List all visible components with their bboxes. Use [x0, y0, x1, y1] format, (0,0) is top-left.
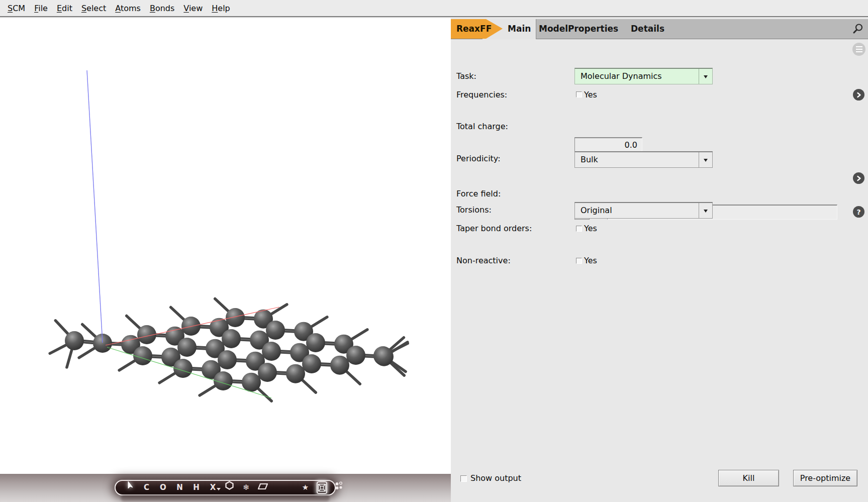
molecule-canvas[interactable]	[0, 18, 451, 474]
task-dropdown[interactable]: Molecular Dynamics	[574, 68, 713, 84]
force-field-label: Force field:	[456, 189, 501, 198]
menu-select[interactable]: Select	[77, 4, 111, 13]
non-reactive-checkbox[interactable]	[576, 258, 582, 264]
crystal-tool-button[interactable]: ❄	[241, 481, 251, 494]
task-dropdown-button[interactable]	[699, 69, 712, 84]
frequencies-yes-label: Yes	[584, 90, 597, 99]
frequencies-label: Frequencies:	[456, 90, 507, 99]
tab-properties[interactable]: Properties	[568, 19, 618, 39]
tab-model[interactable]: Model	[539, 19, 568, 39]
tab-bar: ReaxFF Main Model Properties Details	[451, 19, 868, 39]
panel-menu-button[interactable]	[852, 43, 865, 56]
force-field-help-button[interactable]: ?	[853, 206, 864, 218]
task-value: Molecular Dynamics	[575, 69, 699, 84]
periodicity-label: Periodicity:	[456, 154, 501, 163]
periodicity-value: Bulk	[575, 152, 699, 167]
ring-tool-button[interactable]	[225, 481, 234, 494]
hydrogen-tool-button[interactable]: H	[191, 481, 201, 494]
menu-edit[interactable]: Edit	[52, 4, 77, 13]
frequencies-checkbox[interactable]	[576, 91, 582, 97]
taper-yes-label: Yes	[584, 224, 597, 233]
task-more-button[interactable]	[853, 89, 864, 101]
unit-cell-icon	[318, 483, 326, 492]
menu-help[interactable]: Help	[207, 4, 234, 13]
molecule-viewport[interactable]	[0, 18, 451, 474]
cell-view-tool-button[interactable]	[317, 481, 327, 494]
dropdown-arrow-icon	[704, 75, 708, 80]
reaxff-gui-window: SCMFileEditSelectAtomsBondsViewHelp C O …	[0, 0, 868, 502]
carbon-tool-button[interactable]: C	[142, 481, 151, 494]
non-reactive-label: Non-reactive:	[456, 256, 511, 265]
non-reactive-yes-label: Yes	[584, 256, 597, 265]
atoms-display-tool-button[interactable]	[334, 481, 343, 494]
menu-bar: SCMFileEditSelectAtomsBondsViewHelp	[0, 0, 868, 17]
show-output-label: Show output	[470, 473, 521, 483]
menu-atoms[interactable]: Atoms	[111, 4, 145, 13]
pointer-tool-button[interactable]	[125, 481, 135, 494]
torsions-dropdown-button[interactable]	[699, 203, 712, 218]
periodicity-more-button[interactable]	[853, 172, 864, 184]
task-label: Task:	[456, 71, 476, 81]
search-icon[interactable]	[852, 23, 863, 34]
torsions-label: Torsions:	[456, 205, 492, 215]
taper-label: Taper bond orders:	[456, 224, 532, 233]
torsions-value: Original	[575, 203, 699, 218]
show-output-checkbox[interactable]	[460, 475, 467, 482]
dropdown-arrow-icon	[704, 210, 708, 215]
pre-optimize-button[interactable]: Pre-optimize	[793, 470, 857, 486]
menu-bonds[interactable]: Bonds	[145, 4, 179, 13]
dropdown-arrow-icon	[704, 159, 708, 164]
chevron-down-icon	[217, 488, 221, 492]
input-panel: ReaxFF Main Model Properties Details Tas…	[451, 18, 868, 502]
plane-tool-button[interactable]	[258, 481, 267, 494]
viewer-toolbar: C O N H X ❄ ★	[115, 480, 336, 495]
periodicity-dropdown-button[interactable]	[699, 152, 712, 167]
oxygen-tool-button[interactable]: O	[158, 481, 168, 494]
periodicity-dropdown[interactable]: Bulk	[574, 151, 713, 168]
element-x-label: X	[210, 483, 216, 492]
chevron-right-icon	[856, 92, 861, 98]
taper-checkbox[interactable]	[576, 226, 582, 232]
element-x-tool-button[interactable]: X	[208, 481, 218, 494]
dots-icon	[335, 481, 343, 490]
tab-details[interactable]: Details	[631, 19, 664, 39]
nitrogen-tool-button[interactable]: N	[175, 481, 184, 494]
total-charge-input[interactable]: 0.0	[574, 137, 642, 152]
hexagon-icon	[225, 481, 234, 490]
chevron-right-icon	[856, 175, 861, 181]
viewer-dock: C O N H X ❄ ★	[0, 474, 451, 502]
total-charge-label: Total charge:	[456, 122, 508, 131]
menu-view[interactable]: View	[179, 4, 207, 13]
cursor-icon	[127, 481, 134, 490]
menu-scm[interactable]: SCM	[3, 4, 30, 13]
torsions-dropdown[interactable]: Original	[574, 202, 713, 219]
parallelogram-icon	[258, 483, 268, 490]
menu-file[interactable]: File	[30, 4, 52, 13]
tab-main[interactable]: Main	[508, 19, 531, 39]
kill-button[interactable]: Kill	[718, 470, 779, 486]
favorites-tool-button[interactable]: ★	[301, 481, 310, 494]
